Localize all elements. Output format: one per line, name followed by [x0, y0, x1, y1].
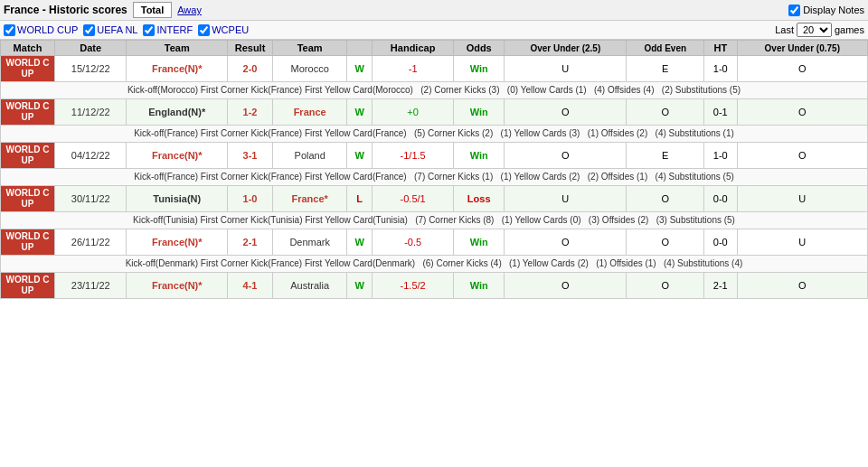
filter-worldcup-label: WORLD CUP [17, 24, 78, 35]
filter-uefanl-label: UEFA NL [97, 24, 137, 35]
team-home-cell: England(N)* [127, 99, 228, 126]
result-cell: 4-1 [228, 273, 273, 299]
result-cell: 1-2 [228, 99, 273, 126]
date-cell: 30/11/22 [55, 186, 127, 212]
odds-cell: Win [454, 229, 505, 256]
odds-cell: Loss [454, 186, 505, 212]
col-handicap: Handicap [373, 41, 454, 56]
wl-cell: W [347, 143, 373, 169]
odd-even-cell: O [627, 273, 704, 299]
odd-even-cell: E [627, 143, 704, 169]
odds-cell: Win [454, 99, 505, 126]
team-away-cell: France [273, 99, 347, 126]
col-wl [347, 41, 373, 56]
filter-worldcup: WORLD CUP [4, 24, 78, 36]
competition-label: WORLD C UP [1, 273, 55, 299]
wl-cell: W [347, 229, 373, 256]
notes-cell: Kick-off(Denmark) First Corner Kick(Fran… [1, 256, 868, 273]
scores-table: Match Date Team Result Team Handicap Odd… [0, 40, 868, 299]
over-under-cell: O [505, 229, 627, 256]
col-over-under-25: Over Under (2.5) [505, 41, 627, 56]
handicap-cell: -0.5 [373, 229, 454, 256]
notes-cell: Kick-off(Morocco) First Corner Kick(Fran… [1, 82, 868, 99]
page-title: France - Historic scores [4, 4, 127, 16]
filter-interf: INTERF [143, 24, 193, 36]
col-team1: Team [127, 41, 228, 56]
filter-worldcup-checkbox[interactable] [4, 24, 15, 36]
col-over-under-075: Over Under (0.75) [737, 41, 867, 56]
ht-cell: 0-0 [704, 229, 738, 256]
over-under2-cell: O [737, 273, 867, 299]
col-odd-even: Odd Even [627, 41, 704, 56]
result-cell: 2-0 [228, 56, 273, 82]
odd-even-cell: O [627, 186, 704, 212]
filter-wcpeu-checkbox[interactable] [198, 24, 210, 36]
handicap-cell: -1.5/2 [373, 273, 454, 299]
ht-cell: 2-1 [704, 273, 738, 299]
header-row: Match Date Team Result Team Handicap Odd… [1, 41, 868, 56]
display-notes-label: Display Notes [803, 5, 864, 15]
last-label: Last [775, 24, 794, 35]
notes-row: Kick-off(Morocco) First Corner Kick(Fran… [1, 82, 868, 99]
team-away-cell: Australia [273, 273, 347, 299]
team-away-cell: France* [273, 186, 347, 212]
tab-away[interactable]: Away [177, 5, 202, 15]
date-cell: 26/11/22 [55, 229, 127, 256]
handicap-cell: -1 [373, 56, 454, 82]
filter-uefanl: UEFA NL [83, 24, 137, 36]
games-control: Last 20103050 games [775, 23, 864, 37]
table-row: WORLD C UP 15/12/22 France(N)* 2-0 Moroc… [1, 56, 868, 82]
team-home-cell: France(N)* [127, 143, 228, 169]
ht-cell: 1-0 [704, 143, 738, 169]
display-notes-checkbox[interactable] [788, 5, 800, 16]
result-cell: 3-1 [228, 143, 273, 169]
odd-even-cell: O [627, 99, 704, 126]
over-under-cell: O [505, 99, 627, 126]
team-away-cell: Poland [273, 143, 347, 169]
competition-label: WORLD C UP [1, 56, 55, 82]
filter-interf-checkbox[interactable] [143, 24, 155, 36]
team-home-cell: France(N)* [127, 229, 228, 256]
table-row: WORLD C UP 11/12/22 England(N)* 1-2 Fran… [1, 99, 868, 126]
competition-label: WORLD C UP [1, 186, 55, 212]
filter-wcpeu-label: WCPEU [212, 24, 249, 35]
games-select[interactable]: 20103050 [797, 23, 832, 37]
over-under-cell: U [505, 186, 627, 212]
team-away-cell: Morocco [273, 56, 347, 82]
filter-uefanl-checkbox[interactable] [83, 24, 95, 36]
date-cell: 04/12/22 [55, 143, 127, 169]
col-odds: Odds [454, 41, 505, 56]
odds-cell: Win [454, 273, 505, 299]
wl-cell: L [347, 186, 373, 212]
date-cell: 15/12/22 [55, 56, 127, 82]
date-cell: 23/11/22 [55, 273, 127, 299]
team-home-cell: France(N)* [127, 273, 228, 299]
odd-even-cell: E [627, 56, 704, 82]
team-away-cell: Denmark [273, 229, 347, 256]
wl-cell: W [347, 56, 373, 82]
games-label: games [835, 24, 864, 35]
wl-cell: W [347, 99, 373, 126]
tab-total[interactable]: Total [133, 2, 172, 18]
filter-bar: WORLD CUP UEFA NL INTERF WCPEU Last 2010… [0, 21, 868, 40]
wl-cell: W [347, 273, 373, 299]
col-match: Match [1, 41, 55, 56]
handicap-cell: -0.5/1 [373, 186, 454, 212]
ht-cell: 1-0 [704, 56, 738, 82]
competition-label: WORLD C UP [1, 99, 55, 126]
notes-cell: Kick-off(France) First Corner Kick(Franc… [1, 169, 868, 186]
result-cell: 2-1 [228, 229, 273, 256]
over-under-cell: O [505, 273, 627, 299]
handicap-cell: +0 [373, 99, 454, 126]
competition-label: WORLD C UP [1, 143, 55, 169]
result-cell: 1-0 [228, 186, 273, 212]
handicap-cell: -1/1.5 [373, 143, 454, 169]
top-bar: France - Historic scores Total Away Disp… [0, 0, 868, 21]
table-row: WORLD C UP 23/11/22 France(N)* 4-1 Austr… [1, 273, 868, 299]
over-under-cell: U [505, 56, 627, 82]
odd-even-cell: O [627, 229, 704, 256]
notes-row: Kick-off(Tunisia) First Corner Kick(Tuni… [1, 212, 868, 229]
over-under2-cell: U [737, 229, 867, 256]
ht-cell: 0-0 [704, 186, 738, 212]
over-under2-cell: O [737, 143, 867, 169]
